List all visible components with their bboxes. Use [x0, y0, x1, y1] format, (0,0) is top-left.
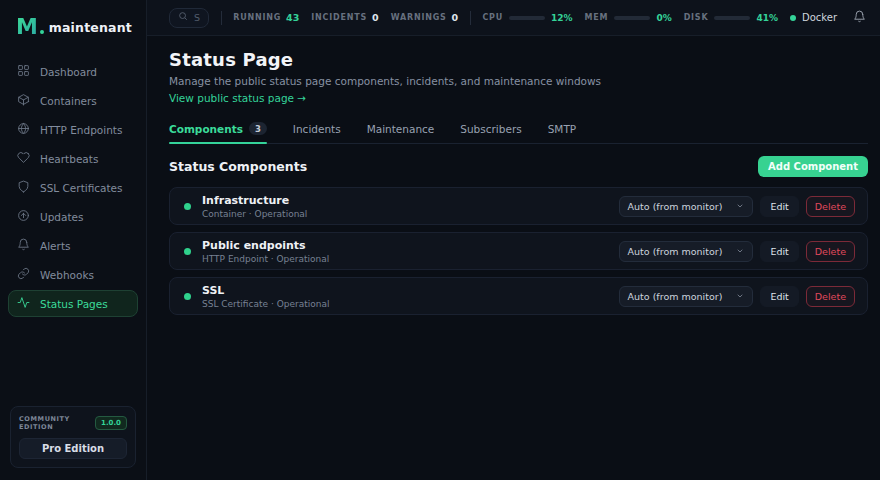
link-icon [17, 267, 30, 282]
sidebar-item-label: Updates [40, 211, 84, 223]
tab-subscribers[interactable]: Subscribers [460, 118, 521, 143]
cpu-meter-track [509, 16, 545, 20]
stat-value: 43 [286, 12, 299, 23]
component-meta: HTTP Endpoint · Operational [202, 254, 329, 264]
search-box[interactable] [169, 8, 209, 28]
tab-components[interactable]: Components 3 [169, 118, 267, 143]
tab-components-count-badge: 3 [249, 122, 267, 135]
version-badge: 1.0.0 [95, 416, 127, 430]
status-mode-dropdown[interactable]: Auto (from monitor) [619, 241, 754, 262]
sidebar-item-containers[interactable]: Containers [8, 87, 138, 114]
mem-meter-track [614, 16, 650, 20]
chevron-down-icon [736, 201, 744, 212]
sidebar-item-alerts[interactable]: Alerts [8, 232, 138, 259]
sidebar-item-label: Alerts [40, 240, 70, 252]
dropdown-value: Auto (from monitor) [628, 246, 723, 257]
topbar: RUNNING 43 INCIDENTS 0 WARNINGS 0 CPU 12… [147, 0, 880, 36]
sidebar-item-webhooks[interactable]: Webhooks [8, 261, 138, 288]
status-mode-dropdown[interactable]: Auto (from monitor) [619, 196, 754, 217]
view-public-status-page-link[interactable]: View public status page → [169, 92, 306, 104]
grid-icon [17, 64, 30, 79]
search-input[interactable] [194, 12, 200, 23]
component-meta: SSL Certificate · Operational [202, 299, 329, 309]
tab-bar: Components 3 Incidents Maintenance Subsc… [169, 118, 868, 144]
add-component-button[interactable]: Add Component [758, 156, 868, 177]
bell-icon [853, 13, 866, 26]
sidebar-item-http-endpoints[interactable]: HTTP Endpoints [8, 116, 138, 143]
tab-label: Incidents [293, 123, 341, 135]
component-name: SSL [202, 284, 329, 297]
sidebar-item-label: Status Pages [40, 298, 108, 310]
page-title: Status Page [169, 49, 868, 70]
section-header: Status Components Add Component [169, 156, 868, 177]
sidebar-item-dashboard[interactable]: Dashboard [8, 58, 138, 85]
sidebar-item-heartbeats[interactable]: Heartbeats [8, 145, 138, 172]
section-title: Status Components [169, 159, 307, 174]
page-content: Status Page Manage the public status pag… [147, 36, 880, 315]
meter-label: DISK [684, 13, 709, 22]
sidebar: M maintenant Dashboard Containers HTTP E… [0, 0, 147, 480]
tab-incidents[interactable]: Incidents [293, 118, 341, 143]
brand-name: maintenant [49, 20, 132, 35]
shield-icon [17, 180, 30, 195]
globe-icon [17, 122, 30, 137]
component-row: Infrastructure Container · Operational A… [169, 187, 868, 225]
meter-label: CPU [482, 13, 503, 22]
sidebar-item-label: Dashboard [40, 66, 97, 78]
bell-icon [17, 238, 30, 253]
component-row: SSL SSL Certificate · Operational Auto (… [169, 277, 868, 315]
edit-button[interactable]: Edit [760, 286, 798, 307]
tab-maintenance[interactable]: Maintenance [367, 118, 435, 143]
sidebar-item-ssl-certificates[interactable]: SSL Certificates [8, 174, 138, 201]
component-meta: Container · Operational [202, 209, 307, 219]
notifications-bell[interactable] [853, 10, 866, 26]
stat-warnings: WARNINGS 0 [391, 12, 459, 23]
page-subtitle: Manage the public status page components… [169, 75, 868, 87]
stat-label: WARNINGS [391, 13, 447, 22]
status-mode-dropdown[interactable]: Auto (from monitor) [619, 286, 754, 307]
docker-status-dot [790, 15, 796, 21]
activity-icon [17, 296, 30, 311]
sidebar-item-label: Heartbeats [40, 153, 98, 165]
stat-running: RUNNING 43 [233, 12, 299, 23]
tab-smtp[interactable]: SMTP [548, 118, 576, 143]
disk-meter: DISK 41% [684, 13, 778, 23]
component-name: Public endpoints [202, 239, 329, 252]
chevron-down-icon [736, 246, 744, 257]
stat-label: RUNNING [233, 13, 281, 22]
delete-button[interactable]: Delete [806, 196, 855, 217]
arrow-up-circle-icon [17, 209, 30, 224]
pro-edition-button[interactable]: Pro Edition [19, 438, 127, 459]
chevron-down-icon [736, 291, 744, 302]
delete-button[interactable]: Delete [806, 241, 855, 262]
cpu-meter-value: 12% [551, 13, 573, 23]
docker-status: Docker [790, 12, 837, 23]
stat-value: 0 [452, 12, 459, 23]
cpu-meter: CPU 12% [482, 13, 572, 23]
sidebar-item-status-pages[interactable]: Status Pages [8, 290, 138, 317]
sidebar-item-label: SSL Certificates [40, 182, 123, 194]
tab-label: SMTP [548, 123, 576, 135]
stat-label: INCIDENTS [311, 13, 367, 22]
operational-status-dot [184, 203, 191, 210]
edition-panel: COMMUNITY EDITION 1.0.0 Pro Edition [10, 406, 136, 468]
operational-status-dot [184, 293, 191, 300]
dropdown-value: Auto (from monitor) [628, 291, 723, 302]
heart-icon [17, 151, 30, 166]
sidebar-item-updates[interactable]: Updates [8, 203, 138, 230]
sidebar-item-label: Containers [40, 95, 97, 107]
tab-label: Components [169, 123, 243, 135]
logo-m-glyph: M [16, 16, 38, 38]
sidebar-item-label: Webhooks [40, 269, 94, 281]
disk-meter-value: 41% [756, 13, 778, 23]
meter-label: MEM [585, 13, 609, 22]
component-name: Infrastructure [202, 194, 307, 207]
edit-button[interactable]: Edit [760, 241, 798, 262]
sidebar-item-label: HTTP Endpoints [40, 124, 122, 136]
edit-button[interactable]: Edit [760, 196, 798, 217]
components-list: Infrastructure Container · Operational A… [169, 187, 868, 315]
delete-button[interactable]: Delete [806, 286, 855, 307]
brand-logo: M maintenant [0, 0, 146, 52]
stat-incidents: INCIDENTS 0 [311, 12, 378, 23]
docker-status-label: Docker [802, 12, 837, 23]
